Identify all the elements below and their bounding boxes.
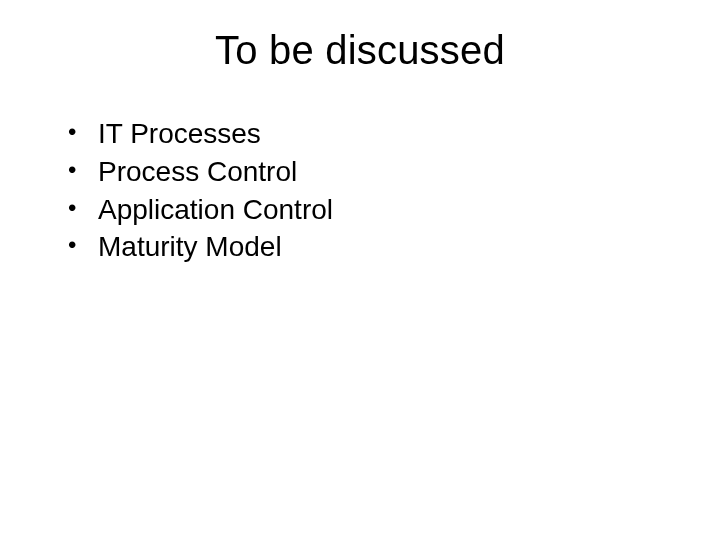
list-item: Maturity Model xyxy=(68,228,670,266)
slide-title: To be discussed xyxy=(50,28,670,73)
bullet-list: IT Processes Process Control Application… xyxy=(50,115,670,266)
list-item: IT Processes xyxy=(68,115,670,153)
list-item: Process Control xyxy=(68,153,670,191)
slide: To be discussed IT Processes Process Con… xyxy=(0,0,720,540)
list-item: Application Control xyxy=(68,191,670,229)
